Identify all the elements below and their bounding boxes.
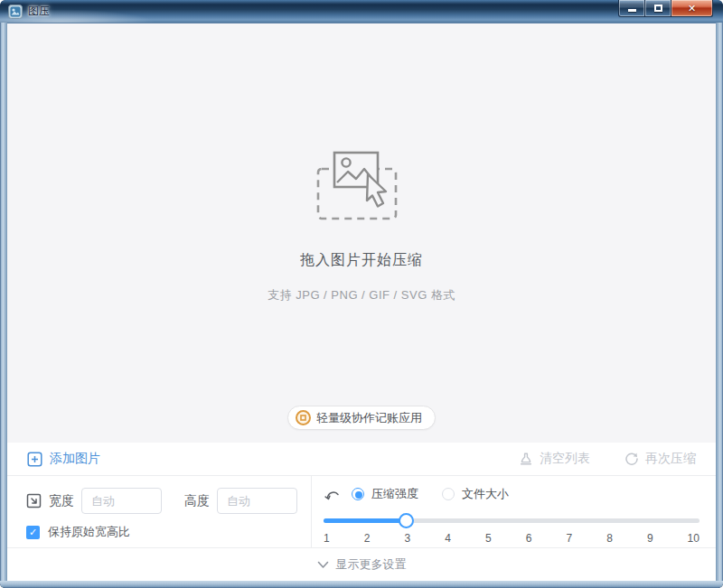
strength-slider (324, 513, 700, 527)
resize-icon (26, 493, 42, 509)
slider-tick: 1 (324, 532, 330, 545)
compress-mode-icon (324, 486, 341, 502)
clear-list-button[interactable]: 清空列表 (519, 451, 590, 467)
file-size-label: 文件大小 (462, 486, 509, 502)
drop-zone-formats: 支持 JPG / PNG / GIF / SVG 格式 (268, 287, 455, 303)
width-label: 宽度 (49, 493, 74, 509)
window-frame-right (716, 23, 723, 581)
radio-unselected-icon (442, 488, 455, 500)
minimize-button[interactable] (618, 0, 645, 17)
app-window: 图压 ✕ 拖入图片开始压缩 支持 JPG / PNG / GIF / SVG 格… (0, 0, 723, 588)
image-drop-zone[interactable]: 拖入图片开始压缩 支持 JPG / PNG / GIF / SVG 格式 轻量级… (7, 23, 716, 443)
slider-fill (324, 518, 407, 523)
compress-again-button[interactable]: 再次压缩 (624, 451, 696, 467)
drop-image-icon (315, 150, 408, 222)
slider-handle[interactable] (399, 513, 414, 528)
ad-banner-button[interactable]: 轻量级协作记账应用 (287, 406, 436, 430)
compression-mode-row: 压缩强度 文件大小 (324, 486, 700, 502)
width-input[interactable] (81, 488, 162, 514)
window-title: 图压 (28, 0, 50, 23)
maximize-button[interactable] (645, 0, 671, 17)
slider-tick: 5 (485, 532, 492, 545)
app-icon (8, 5, 23, 19)
clear-list-icon (519, 452, 533, 466)
window-frame-left (0, 23, 7, 581)
close-icon: ✕ (688, 3, 696, 14)
radio-file-size[interactable]: 文件大小 (442, 486, 509, 502)
window-frame-bottom (0, 581, 723, 588)
height-label: 高度 (184, 493, 210, 509)
keep-ratio-checkbox[interactable]: ✓ (26, 526, 40, 539)
add-images-button[interactable]: 添加图片 (27, 451, 100, 467)
minimize-icon (628, 9, 636, 12)
radio-selected-icon (352, 488, 364, 500)
chevron-down-icon (317, 561, 329, 569)
slider-tick: 3 (404, 532, 410, 545)
compression-strength-label: 压缩强度 (371, 486, 418, 502)
radio-compression-strength[interactable]: 压缩强度 (352, 486, 418, 502)
title-bar[interactable]: 图压 ✕ (0, 0, 723, 23)
maximize-icon (654, 5, 662, 12)
compression-section: 压缩强度 文件大小 12345678910 (312, 476, 716, 547)
slider-ticks: 12345678910 (324, 532, 700, 545)
compress-again-label: 再次压缩 (645, 451, 696, 467)
show-more-settings-button[interactable]: 显示更多设置 (7, 548, 716, 581)
keep-ratio-label: 保持原始宽高比 (48, 524, 130, 540)
add-images-label: 添加图片 (50, 451, 100, 467)
show-more-settings-label: 显示更多设置 (336, 556, 407, 573)
drop-zone-title: 拖入图片开始压缩 (300, 251, 423, 270)
add-plus-icon (27, 452, 42, 467)
clear-list-label: 清空列表 (540, 451, 590, 467)
dimensions-section: 宽度 高度 ✓ 保持原始宽高比 (7, 476, 312, 547)
slider-tick: 4 (445, 532, 451, 545)
content-area: 拖入图片开始压缩 支持 JPG / PNG / GIF / SVG 格式 轻量级… (7, 23, 716, 581)
slider-tick: 2 (364, 532, 371, 545)
action-toolbar: 添加图片 清空列表 再次压缩 (7, 443, 716, 476)
slider-tick: 10 (688, 532, 700, 545)
dimensions-row: 宽度 高度 (26, 488, 311, 514)
coin-icon (296, 410, 311, 425)
close-button[interactable]: ✕ (671, 0, 713, 17)
slider-tick: 9 (647, 532, 653, 545)
settings-panel: 宽度 高度 ✓ 保持原始宽高比 (7, 476, 716, 548)
ad-banner-label: 轻量级协作记账应用 (316, 410, 422, 426)
window-controls: ✕ (618, 0, 713, 17)
slider-tick: 6 (526, 532, 532, 545)
toolbar-right-group: 清空列表 再次压缩 (519, 451, 696, 467)
refresh-icon (624, 452, 639, 466)
height-input[interactable] (217, 488, 297, 514)
keep-ratio-row: ✓ 保持原始宽高比 (26, 524, 311, 540)
slider-tick: 8 (606, 532, 613, 545)
slider-tick: 7 (566, 532, 572, 545)
